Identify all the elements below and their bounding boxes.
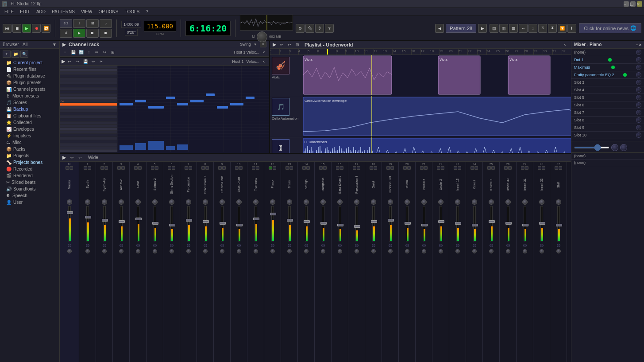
ch-mute-btn[interactable]: [222, 166, 226, 170]
sidebar-item-packs[interactable]: 📦 Packs: [0, 146, 59, 152]
ch-green-btn[interactable]: [100, 166, 104, 170]
fx-dial-6[interactable]: [636, 102, 641, 108]
sidebar-item-plugin-database[interactable]: 🔌 Plugin database: [0, 73, 59, 79]
record-button[interactable]: ⏺: [32, 24, 41, 33]
ch-pan-knob[interactable]: [472, 199, 477, 205]
ch-fader-handle[interactable]: [539, 222, 545, 225]
piano-roll-grid[interactable]: [117, 66, 269, 153]
menu-view[interactable]: VIEW: [78, 9, 95, 15]
ch-green-btn[interactable]: [403, 166, 407, 170]
maximize-button[interactable]: □: [630, 1, 636, 7]
send-fader-1[interactable]: [574, 147, 609, 148]
ch-send-knob[interactable]: [270, 249, 275, 253]
ch-fader-handle[interactable]: [102, 219, 108, 222]
pr-tool-pencil[interactable]: ✏: [90, 58, 97, 65]
ch-mute-btn[interactable]: [273, 166, 276, 170]
ch-send-knob[interactable]: [119, 249, 123, 253]
mic-icon[interactable]: 🎙: [315, 24, 324, 33]
stop-button[interactable]: ⏹: [12, 24, 21, 33]
ch-pan-knob[interactable]: [135, 199, 141, 205]
pl-tool-1[interactable]: ✏: [278, 42, 285, 48]
ch-send-dot[interactable]: [540, 244, 544, 247]
ch-mute-btn[interactable]: [525, 166, 528, 170]
ch-pan-knob[interactable]: [505, 199, 511, 205]
pattern-tool-6[interactable]: ⧖: [538, 24, 547, 33]
fx-dial-none[interactable]: [636, 50, 641, 55]
ch-fader-handle[interactable]: [287, 219, 293, 222]
ch-fader-handle[interactable]: [388, 219, 394, 222]
pr-close-btn[interactable]: ×: [260, 58, 267, 65]
sidebar-item-recorded[interactable]: 🔴 Recorded: [0, 166, 59, 172]
pl-tool-2[interactable]: ↩: [286, 42, 293, 48]
pl-close-btn[interactable]: ×: [561, 42, 568, 48]
ch-send-knob[interactable]: [355, 249, 359, 253]
ch-send-knob[interactable]: [455, 249, 460, 253]
ch-mute-btn[interactable]: [138, 166, 142, 170]
sidebar-add-btn[interactable]: +: [3, 51, 11, 58]
ch-send-knob[interactable]: [321, 249, 325, 253]
ch-fader-handle[interactable]: [152, 222, 158, 225]
ch-send-dot[interactable]: [506, 244, 510, 247]
ch-green-btn[interactable]: [84, 166, 87, 170]
ch-send-knob[interactable]: [102, 249, 107, 253]
stop2-btn[interactable]: ⏹: [86, 29, 99, 38]
download-button[interactable]: ⬇: [567, 24, 576, 33]
ch-green-btn[interactable]: [168, 166, 171, 170]
ch-pan-knob[interactable]: [85, 199, 90, 205]
close-button[interactable]: ×: [637, 1, 642, 7]
fx-slot-dot1[interactable]: Dot 1: [571, 56, 644, 64]
pattern-tool-7[interactable]: ⧗: [548, 24, 557, 33]
ch-fader-handle[interactable]: [505, 222, 512, 225]
ch-pan-knob[interactable]: [354, 199, 359, 205]
menu-edit[interactable]: EDIT: [17, 9, 33, 15]
mode-btn3[interactable]: ⊞: [86, 19, 99, 28]
ch-mute-btn[interactable]: [155, 166, 158, 170]
ch-send-dot[interactable]: [120, 244, 123, 247]
pl-collapse-icon[interactable]: ▶: [273, 42, 276, 47]
ch-send-dot[interactable]: [254, 244, 258, 247]
ch-mute-btn[interactable]: [458, 166, 461, 170]
ch-green-btn[interactable]: [437, 166, 440, 170]
fx-dial-eq[interactable]: [636, 72, 641, 78]
sidebar-item-sliced-beats[interactable]: ✂ Sliced beats: [0, 179, 59, 186]
sidebar-item-impulses[interactable]: ⚡ Impulses: [0, 132, 59, 139]
ch-send-knob[interactable]: [506, 249, 510, 253]
ch-fader-handle[interactable]: [455, 222, 461, 225]
fx-slot-eq[interactable]: Fruity parametric EQ 2: [571, 71, 644, 79]
fx-slot-maximus[interactable]: Maximus: [571, 64, 644, 71]
back-to-start-button[interactable]: ⏮: [3, 24, 12, 33]
ch-mute-btn[interactable]: [172, 166, 175, 170]
ch-fader-handle[interactable]: [489, 220, 495, 223]
ch-green-btn[interactable]: [521, 166, 524, 170]
fx-slot-6[interactable]: Slot 6: [571, 101, 644, 109]
mx-tool-2[interactable]: ↩: [77, 155, 84, 161]
ch-pan-knob[interactable]: [539, 199, 544, 205]
pr-tool-redo[interactable]: ↪: [74, 58, 81, 65]
ch-send-dot[interactable]: [204, 244, 207, 247]
ch-pan-knob[interactable]: [337, 199, 343, 205]
track-content-underworld[interactable]: ↦ Underworld: [303, 137, 571, 153]
cr-tool-scissors[interactable]: ✂: [101, 49, 108, 55]
ch-green-btn[interactable]: [336, 166, 339, 170]
ch-pan-knob[interactable]: [371, 199, 376, 205]
ch-fader-handle[interactable]: [405, 222, 411, 225]
ch-send-knob[interactable]: [203, 249, 208, 253]
ch-mute-btn[interactable]: [69, 166, 73, 170]
pr-tool-undo[interactable]: ↩: [66, 58, 73, 65]
ch-pan-knob[interactable]: [522, 199, 528, 205]
news-button[interactable]: Click for online news 🌐: [579, 23, 641, 33]
ch-send-dot[interactable]: [153, 244, 157, 247]
fx-slot-9[interactable]: Slot 9: [571, 124, 644, 132]
ch-fader-handle[interactable]: [337, 224, 343, 226]
pattern-tool-3[interactable]: ▦: [509, 24, 518, 33]
ch-mute-btn[interactable]: [239, 166, 243, 170]
ch-green-btn[interactable]: [470, 166, 474, 170]
sidebar-item-projects[interactable]: 📁 Projects: [0, 152, 59, 159]
ch-send-dot[interactable]: [523, 244, 527, 247]
ch-send-dot[interactable]: [86, 244, 89, 247]
menu-tools[interactable]: TOOLS: [122, 9, 142, 15]
ch-green-btn[interactable]: [185, 166, 188, 170]
ch-pan-knob[interactable]: [220, 199, 225, 205]
menu-options[interactable]: OPTIONS: [96, 9, 121, 15]
ch-send-dot[interactable]: [305, 244, 308, 247]
